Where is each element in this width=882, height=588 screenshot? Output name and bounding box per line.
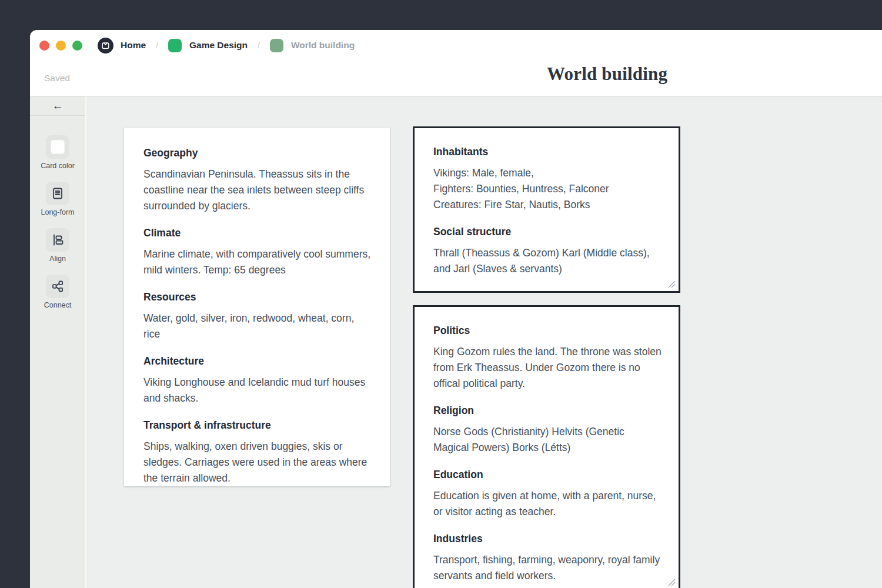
section-heading: Politics [433, 325, 662, 337]
tool-label: Long-form [41, 208, 75, 216]
inhabitants-card[interactable]: Inhabitants Vikings: Male, female, Fight… [413, 126, 680, 293]
close-window-button[interactable] [39, 41, 49, 51]
app-screen: { "window": { "breadcrumb": { "separator… [0, 0, 882, 588]
connect-nodes-icon [46, 275, 69, 298]
header: Home / Game Design / World building Save… [30, 30, 882, 96]
save-status: Saved [44, 73, 70, 83]
section-heading: Education [433, 469, 662, 481]
section-heading: Geography [143, 147, 372, 159]
politics-card[interactable]: Politics King Gozom rules the land. The … [413, 305, 680, 588]
current-color-swatch [51, 140, 65, 154]
workspace: ← Card color [30, 96, 882, 588]
section-body: Transport, fishing, farming, weaponry, r… [433, 552, 662, 584]
tool-align[interactable]: Align [46, 228, 69, 263]
minimize-window-button[interactable] [56, 41, 66, 51]
board-icon-muted-green [270, 39, 283, 52]
section-heading: Social structure [433, 226, 662, 238]
tool-label: Connect [44, 301, 72, 309]
zoom-window-button[interactable] [72, 41, 82, 51]
section-body: Water, gold, silver, iron, redwood, whea… [143, 310, 372, 342]
breadcrumb-home[interactable]: Home [89, 38, 146, 54]
section-body: Scandinavian Peninsula. Theassus sits in… [143, 166, 372, 214]
tool-long-form[interactable]: Long-form [41, 182, 75, 216]
section-heading: Industries [433, 533, 662, 545]
tool-connect[interactable]: Connect [44, 275, 72, 309]
collapse-sidebar-button[interactable]: ← [30, 96, 85, 115]
milanote-logo-icon [98, 38, 113, 54]
section-heading: Architecture [143, 355, 372, 368]
section-body: Vikings: Male, female, Fighters: Bountie… [433, 165, 662, 213]
align-left-icon [46, 228, 69, 252]
breadcrumb-world-building-label: World building [291, 40, 355, 51]
tool-label: Align [49, 255, 66, 263]
breadcrumb-separator: / [156, 41, 158, 50]
breadcrumb-game-design[interactable]: Game Design [168, 39, 248, 52]
geography-card[interactable]: Geography Scandinavian Peninsula. Theass… [124, 128, 390, 486]
back-arrow-icon: ← [52, 99, 64, 112]
section-body: Marine climate, with comparatively cool … [143, 246, 372, 278]
tool-list: Card color Long-form [41, 116, 75, 321]
tool-card-color[interactable]: Card color [41, 135, 75, 170]
page-title[interactable]: World building [547, 64, 667, 85]
board-canvas[interactable]: Geography Scandinavian Peninsula. Theass… [86, 96, 882, 588]
section-body: Thrall (Theassus & Gozom) Karl (Middle c… [433, 245, 662, 277]
breadcrumb-game-design-label: Game Design [189, 40, 248, 51]
section-body: King Gozom rules the land. The throne wa… [433, 344, 662, 392]
breadcrumb-world-building[interactable]: World building [270, 39, 355, 52]
long-form-document-icon [46, 182, 69, 205]
section-body: Viking Longhouse and Icelandic mud turf … [143, 375, 372, 406]
breadcrumb-separator: / [258, 41, 260, 50]
card-color-swatch-icon [46, 135, 69, 159]
section-heading: Resources [143, 291, 372, 303]
section-heading: Inhabitants [433, 146, 662, 158]
section-heading: Transport & infrastructure [143, 419, 372, 432]
section-body: Education is given at home, with a paren… [433, 488, 662, 520]
section-heading: Religion [433, 405, 662, 417]
titlebar: Home / Game Design / World building [30, 30, 882, 61]
section-body: Norse Gods (Christianity) Helvits (Genet… [433, 424, 662, 456]
tool-label: Card color [41, 162, 75, 170]
breadcrumb-home-label: Home [121, 40, 146, 51]
resize-handle-icon[interactable] [666, 279, 676, 288]
toolbar-sidebar: ← Card color [30, 96, 86, 588]
resize-handle-icon[interactable] [666, 577, 676, 586]
section-heading: Climate [143, 227, 372, 239]
app-window: Home / Game Design / World building Save… [30, 30, 882, 588]
section-body: Ships, walking, oxen driven buggies, ski… [143, 439, 372, 486]
board-icon-green [168, 39, 182, 52]
